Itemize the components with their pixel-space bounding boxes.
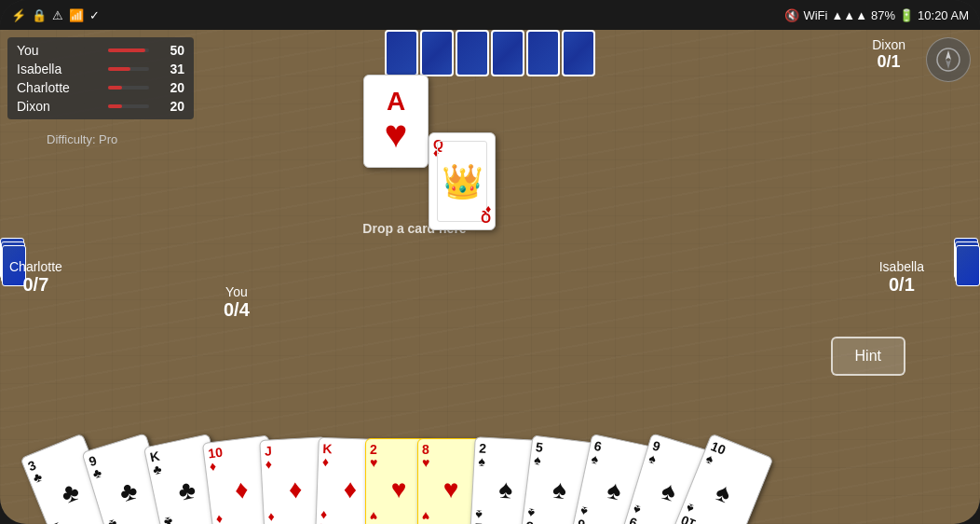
ace-hearts-card[interactable]: A ♥: [363, 75, 429, 168]
score-row-charlotte: Charlotte 20: [17, 80, 184, 95]
queen-suit-bottom: ♦: [485, 203, 491, 216]
score-row-you: You 50: [17, 43, 184, 58]
game-area: You 50 Isabella 31 Charlotte 20: [0, 30, 980, 524]
compass-button[interactable]: [926, 37, 971, 82]
score-value-isabella: 31: [157, 62, 184, 76]
queen-face: 👑: [437, 141, 487, 222]
you-score-value: 0/4: [224, 298, 250, 320]
score-bar-isabella-container: [108, 67, 149, 71]
hand-card-rank-7: 8♥: [422, 443, 480, 469]
score-name-dixon: Dixon: [17, 99, 101, 114]
hint-button[interactable]: Hint: [831, 337, 905, 376]
top-deck: [384, 30, 596, 76]
deck-card-3: [456, 30, 489, 76]
deck-card-4: [491, 30, 524, 76]
score-name-you: You: [17, 43, 101, 58]
isabella-name: Isabella: [879, 259, 924, 274]
score-value-you: 50: [157, 43, 184, 58]
right-deck-card-3: [956, 245, 980, 286]
score-value-charlotte: 20: [157, 80, 184, 95]
score-bar-charlotte-container: [108, 86, 149, 90]
right-deck: [954, 238, 980, 331]
warning-icon: ⚠: [52, 8, 63, 22]
clock: 10:20 AM: [918, 8, 969, 22]
charlotte-name: Charlotte: [9, 259, 62, 274]
deck-card-2: [420, 30, 454, 76]
lock-icon: 🔒: [32, 8, 47, 22]
isabella-right-score: Isabella 0/1: [879, 259, 924, 296]
score-panel: You 50 Isabella 31 Charlotte 20: [7, 37, 194, 119]
score-row-isabella: Isabella 31: [17, 62, 184, 76]
score-bar-isabella: [108, 67, 130, 71]
ace-rank: A: [387, 89, 405, 115]
deck-card-6: [562, 30, 595, 76]
wifi-off-icon: 📶: [69, 8, 84, 22]
check-icon: ✓: [89, 8, 100, 22]
svg-marker-1: [946, 50, 951, 60]
usb-icon: ⚡: [11, 8, 26, 22]
battery-icon: 🔋: [899, 8, 914, 22]
status-bar: ⚡ 🔒 ⚠ 📶 ✓ 🔇 WiFi ▲▲▲ 87% 🔋 10:20 AM: [0, 0, 980, 30]
score-value-dixon: 20: [157, 99, 184, 114]
score-bar-charlotte: [108, 86, 122, 90]
score-row-dixon: Dixon 20: [17, 99, 184, 114]
ace-suit: ♥: [385, 115, 408, 154]
difficulty-label: Difficulty: Pro: [47, 132, 117, 146]
volume-off-icon: 🔇: [784, 8, 799, 22]
compass-icon: [935, 47, 961, 73]
score-bar-dixon: [108, 104, 122, 108]
score-name-charlotte: Charlotte: [17, 80, 101, 95]
hand-card-rank-4: J♦: [265, 442, 323, 471]
dixon-name: Dixon: [872, 37, 905, 52]
you-name: You: [224, 283, 250, 298]
you-score: You 0/4: [224, 283, 250, 320]
hand-container: 3♣♣3♣9♣♣9♣K♣♣K♣10♦♦10♦J♦♦J♦K♦♦K♦2♥♥2♥8♥♥…: [0, 393, 980, 524]
svg-marker-2: [946, 60, 951, 69]
hand-card-rank-2: K♣: [149, 439, 211, 476]
charlotte-score: 0/7: [9, 274, 62, 296]
score-bar-you: [108, 48, 145, 52]
dixon-top-score: Dixon 0/1: [872, 37, 905, 72]
status-icons-right: 🔇 WiFi ▲▲▲ 87% 🔋 10:20 AM: [784, 8, 969, 22]
signal-icon: ▲▲▲: [831, 8, 867, 22]
deck-card-5: [526, 30, 560, 76]
phone-frame: ⚡ 🔒 ⚠ 📶 ✓ 🔇 WiFi ▲▲▲ 87% 🔋 10:20 AM You …: [0, 0, 980, 524]
isabella-score: 0/1: [879, 274, 924, 296]
score-bar-dixon-container: [108, 104, 149, 108]
dixon-score-top: 0/1: [872, 52, 905, 72]
charlotte-left-score: Charlotte 0/7: [9, 259, 62, 296]
score-bar-you-container: [108, 48, 149, 52]
status-icons-left: ⚡ 🔒 ⚠ 📶 ✓: [11, 8, 100, 22]
deck-card-1: [385, 30, 418, 76]
wifi-icon: WiFi: [803, 8, 827, 22]
battery-level: 87%: [871, 8, 895, 22]
queen-symbol: 👑: [442, 162, 483, 201]
score-name-isabella: Isabella: [17, 62, 101, 76]
queen-diamonds-card[interactable]: Q ♦ 👑 Q ♦: [429, 132, 496, 230]
